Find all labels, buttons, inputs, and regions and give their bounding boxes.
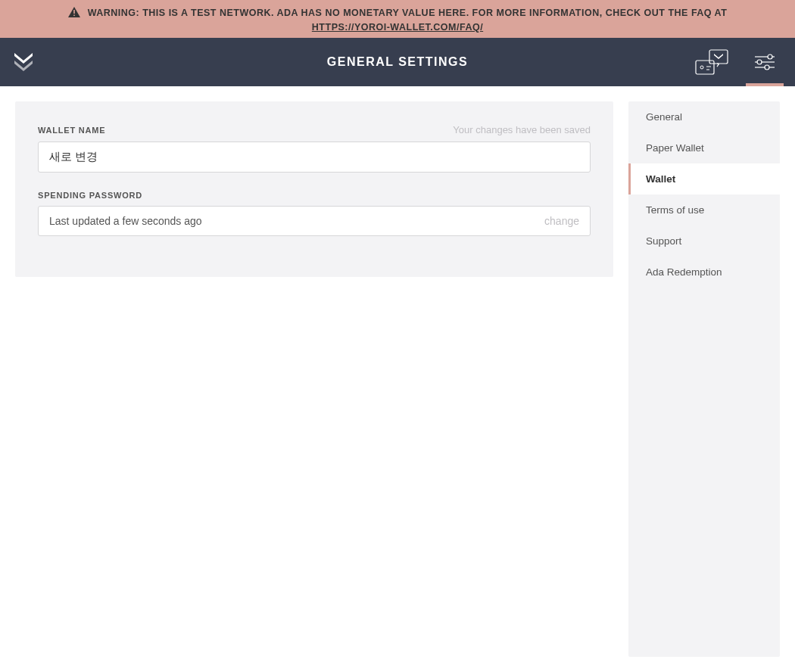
svg-point-10 (765, 65, 769, 70)
svg-rect-2 (709, 50, 728, 64)
sidebar-item-support[interactable]: Support (628, 226, 780, 257)
sidebar-item-paper-wallet[interactable]: Paper Wallet (628, 132, 780, 163)
spending-password-label: SPENDING PASSWORD (38, 191, 142, 200)
main-settings-panel: WALLET NAME Your changes have been saved… (15, 101, 613, 277)
svg-point-4 (700, 66, 703, 69)
app-header: GENERAL SETTINGS (0, 38, 795, 86)
svg-point-6 (768, 54, 772, 59)
wallet-name-status: Your changes have been saved (453, 124, 591, 135)
sidebar-item-terms-of-use[interactable]: Terms of use (628, 194, 780, 226)
wallet-name-input[interactable] (38, 142, 591, 173)
svg-rect-0 (73, 10, 75, 14)
warning-banner: WARNING: THIS IS A TEST NETWORK. ADA HAS… (0, 0, 795, 38)
settings-sidebar: General Paper Wallet Wallet Terms of use… (628, 101, 780, 657)
spending-password-row: Last updated a few seconds ago change (38, 206, 591, 236)
spending-password-status: Last updated a few seconds ago (49, 215, 544, 227)
wallets-icon[interactable] (693, 38, 731, 86)
warning-icon (68, 7, 80, 20)
settings-icon[interactable] (746, 38, 784, 86)
sidebar-item-general[interactable]: General (628, 101, 780, 132)
warning-faq-link[interactable]: HTTPS://YOROI-WALLET.COM/FAQ/ (312, 22, 483, 33)
svg-point-8 (757, 60, 762, 64)
svg-rect-3 (696, 61, 714, 74)
wallet-name-label: WALLET NAME (38, 126, 105, 135)
change-password-link[interactable]: change (544, 215, 579, 227)
sidebar-item-wallet[interactable]: Wallet (628, 163, 780, 194)
warning-text: WARNING: THIS IS A TEST NETWORK. ADA HAS… (88, 8, 728, 18)
yoroi-logo-icon[interactable] (11, 50, 36, 74)
svg-rect-1 (73, 14, 75, 16)
sidebar-item-ada-redemption[interactable]: Ada Redemption (628, 257, 780, 288)
page-title: GENERAL SETTINGS (327, 55, 468, 69)
